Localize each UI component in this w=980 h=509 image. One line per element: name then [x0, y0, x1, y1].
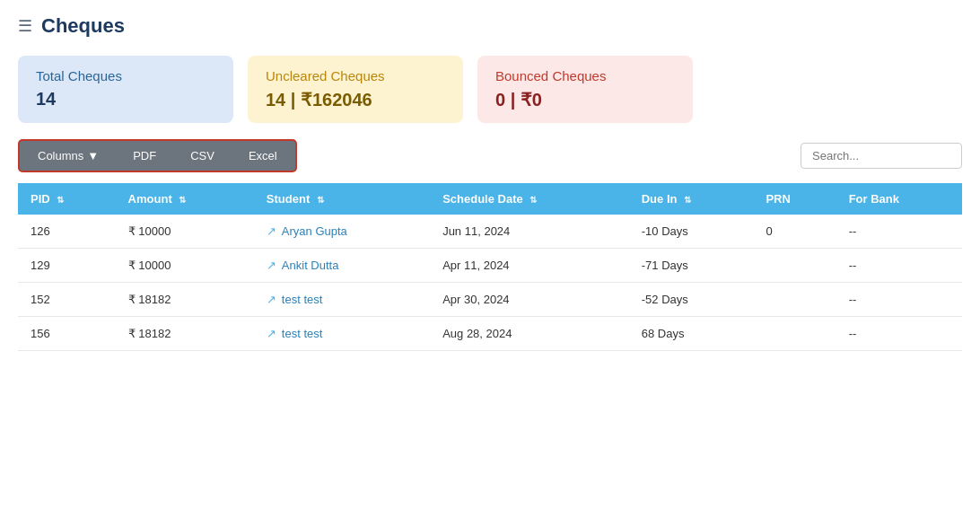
col-schedule-date-label: Schedule Date — [442, 192, 523, 206]
table-header: PID ⇅ Amount ⇅ Student ⇅ Schedule Date ⇅… — [18, 183, 962, 215]
col-pid-label: PID — [31, 192, 50, 206]
table-row: 152 ₹ 18182 ↗︎ test test Apr 30, 2024 -5… — [18, 283, 962, 317]
sort-icon-student: ⇅ — [317, 195, 324, 205]
col-for-bank: For Bank — [836, 183, 962, 215]
cell-for-bank: -- — [836, 317, 962, 351]
search-wrapper — [801, 143, 962, 169]
chevron-down-icon: ▼ — [87, 149, 99, 162]
bounced-cheques-card: Bounced Cheques 0 | ₹0 — [477, 56, 693, 123]
cell-for-bank: -- — [836, 215, 962, 249]
col-schedule-date[interactable]: Schedule Date ⇅ — [430, 183, 629, 215]
external-link-icon[interactable]: ↗︎ — [267, 327, 276, 340]
col-amount-label: Amount — [128, 192, 172, 206]
columns-label: Columns — [38, 149, 83, 162]
col-amount[interactable]: Amount ⇅ — [116, 183, 254, 215]
page-wrapper: ☰ Cheques Total Cheques 14 Uncleared Che… — [0, 0, 980, 509]
excel-button[interactable]: Excel — [232, 143, 293, 169]
table-row: 126 ₹ 10000 ↗︎ Aryan Gupta Jun 11, 2024 … — [18, 215, 962, 249]
uncleared-cheques-title: Uncleared Cheques — [266, 68, 445, 83]
cell-due-in: -10 Days — [629, 215, 754, 249]
external-link-icon[interactable]: ↗︎ — [267, 293, 276, 306]
cell-prn — [753, 317, 836, 351]
cell-pid: 156 — [18, 317, 116, 351]
page-header: ☰ Cheques — [18, 14, 962, 38]
cell-student: ↗︎ Ankit Dutta — [254, 249, 430, 283]
cell-schedule-date: Jun 11, 2024 — [430, 215, 629, 249]
student-name: test test — [282, 327, 323, 340]
total-cheques-value: 14 — [36, 89, 215, 110]
col-student[interactable]: Student ⇅ — [254, 183, 430, 215]
cell-prn: 0 — [753, 215, 836, 249]
toolbar: Columns ▼ PDF CSV Excel — [18, 139, 962, 172]
summary-row: Total Cheques 14 Uncleared Cheques 14 | … — [18, 56, 962, 123]
col-prn: PRN — [753, 183, 836, 215]
cell-amount: ₹ 18182 — [116, 317, 254, 351]
table-body: 126 ₹ 10000 ↗︎ Aryan Gupta Jun 11, 2024 … — [18, 215, 962, 351]
col-for-bank-label: For Bank — [849, 192, 899, 206]
filter-icon: ☰ — [18, 16, 32, 36]
uncleared-cheques-card: Uncleared Cheques 14 | ₹162046 — [248, 56, 463, 123]
col-prn-label: PRN — [766, 192, 790, 206]
bounced-cheques-value: 0 | ₹0 — [495, 89, 675, 110]
cell-amount: ₹ 10000 — [116, 249, 254, 283]
cell-student: ↗︎ Aryan Gupta — [254, 215, 430, 249]
cell-schedule-date: Apr 11, 2024 — [430, 249, 629, 283]
cell-pid: 129 — [18, 249, 116, 283]
total-cheques-title: Total Cheques — [36, 68, 215, 83]
col-student-label: Student — [267, 192, 310, 206]
sort-icon-amount: ⇅ — [179, 195, 186, 205]
student-name: Aryan Gupta — [282, 224, 347, 238]
student-name: Ankit Dutta — [282, 259, 339, 272]
student-name: test test — [282, 293, 323, 306]
cell-student: ↗︎ test test — [254, 317, 430, 351]
cell-prn — [753, 283, 836, 317]
toolbar-left: Columns ▼ PDF CSV Excel — [18, 139, 297, 172]
cell-due-in: 68 Days — [629, 317, 754, 351]
cell-student: ↗︎ test test — [254, 283, 430, 317]
page-title: Cheques — [41, 14, 125, 38]
search-input[interactable] — [801, 143, 962, 169]
cell-due-in: -71 Days — [629, 249, 754, 283]
col-due-in[interactable]: Due In ⇅ — [629, 183, 754, 215]
cell-amount: ₹ 10000 — [116, 215, 254, 249]
total-cheques-card: Total Cheques 14 — [18, 56, 233, 123]
bounced-cheques-title: Bounced Cheques — [495, 68, 675, 83]
col-due-in-label: Due In — [642, 192, 678, 206]
table-row: 129 ₹ 10000 ↗︎ Ankit Dutta Apr 11, 2024 … — [18, 249, 962, 283]
csv-button[interactable]: CSV — [174, 143, 231, 169]
data-table: PID ⇅ Amount ⇅ Student ⇅ Schedule Date ⇅… — [18, 183, 962, 351]
cell-for-bank: -- — [836, 283, 962, 317]
sort-icon-schedule-date: ⇅ — [529, 195, 537, 205]
external-link-icon[interactable]: ↗︎ — [267, 259, 276, 272]
cell-due-in: -52 Days — [629, 283, 754, 317]
table-row: 156 ₹ 18182 ↗︎ test test Aug 28, 2024 68… — [18, 317, 962, 351]
uncleared-cheques-value: 14 | ₹162046 — [266, 89, 445, 110]
external-link-icon[interactable]: ↗︎ — [267, 224, 276, 238]
columns-button[interactable]: Columns ▼ — [22, 143, 115, 169]
cell-pid: 152 — [18, 283, 116, 317]
cell-pid: 126 — [18, 215, 116, 249]
col-pid[interactable]: PID ⇅ — [18, 183, 116, 215]
cell-amount: ₹ 18182 — [116, 283, 254, 317]
sort-icon-due-in: ⇅ — [684, 195, 691, 205]
cell-schedule-date: Aug 28, 2024 — [430, 317, 629, 351]
cell-for-bank: -- — [836, 249, 962, 283]
pdf-button[interactable]: PDF — [117, 143, 172, 169]
cell-prn — [753, 249, 836, 283]
cell-schedule-date: Apr 30, 2024 — [430, 283, 629, 317]
sort-icon-pid: ⇅ — [57, 195, 64, 205]
